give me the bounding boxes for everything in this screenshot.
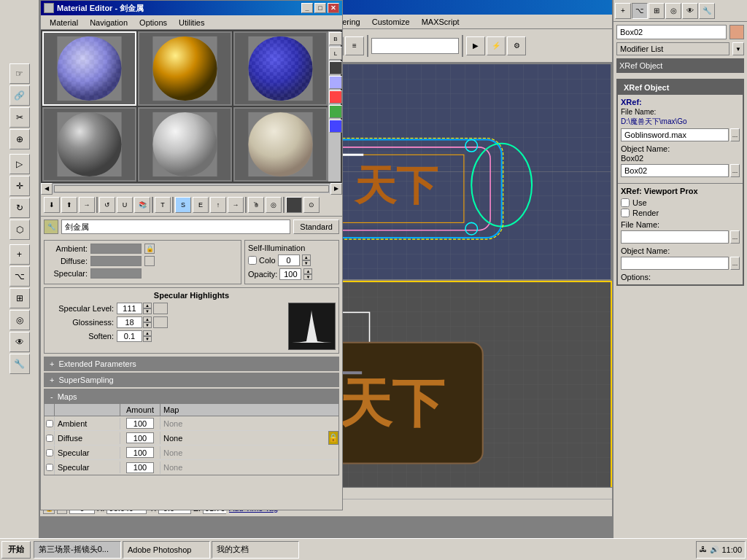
scroll-right-btn[interactable]: ▶: [330, 183, 342, 195]
soften-input[interactable]: [117, 330, 142, 342]
vp-obj-browse-btn[interactable]: ...: [730, 257, 740, 270]
backlight-btn-2[interactable]: ⊙: [303, 197, 320, 213]
file-browse-btn[interactable]: ...: [730, 128, 740, 141]
mat-menu-utilities[interactable]: Utilities: [173, 17, 210, 28]
specular1-amount-input[interactable]: [126, 447, 154, 458]
diffuse-lock[interactable]: [144, 256, 155, 266]
select-mode-btn[interactable]: ▷: [9, 154, 30, 174]
quick-render-btn[interactable]: ⚡: [487, 36, 506, 55]
link-btn[interactable]: 🔗: [9, 85, 30, 106]
mat-editor-minimize-btn[interactable]: _: [301, 3, 313, 13]
mat-darkblue-btn[interactable]: [329, 120, 342, 133]
go-to-parent-btn[interactable]: ↑: [210, 197, 226, 213]
named-sel-input[interactable]: [371, 38, 459, 54]
background-btn[interactable]: [286, 197, 302, 213]
specular1-map-check[interactable]: [46, 449, 53, 456]
ambient-color[interactable]: [90, 244, 142, 254]
mat-editor-close-btn[interactable]: ✕: [328, 3, 339, 13]
material-name-input[interactable]: [61, 219, 290, 234]
mat-dark-btn[interactable]: [329, 61, 342, 74]
use-checkbox[interactable]: [621, 198, 630, 207]
self-illum-value[interactable]: [278, 254, 300, 266]
maps-row-1-map[interactable]: None: [160, 432, 328, 444]
gloss-map[interactable]: [153, 316, 168, 328]
pick-material-from-object-btn[interactable]: 🖱: [248, 197, 264, 213]
scale-mode-btn[interactable]: ⬡: [9, 219, 30, 240]
taskbar-item-1[interactable]: Adobe Photoshop: [123, 541, 210, 559]
specular-color[interactable]: [90, 268, 142, 279]
spec-level-down[interactable]: ▼: [143, 308, 152, 314]
diffuse-amount-input[interactable]: [126, 432, 154, 443]
mat-thumb-6[interactable]: [233, 107, 328, 182]
specular2-amount-input[interactable]: [126, 462, 154, 473]
rotate-mode-btn[interactable]: ↻: [9, 198, 30, 218]
material-type-btn[interactable]: Standard: [293, 219, 339, 234]
xref-bar[interactable]: XRef Object: [616, 58, 744, 73]
display-btn[interactable]: 👁: [9, 332, 30, 352]
mat-thumb-2[interactable]: [138, 31, 232, 106]
mat-thumb-3[interactable]: [233, 31, 328, 106]
menu-maxscript[interactable]: Customize: [366, 16, 416, 28]
hierarchy-btn[interactable]: ⊞: [9, 288, 30, 308]
put-to-scene-btn[interactable]: ⬆: [61, 197, 77, 213]
mat-green-btn[interactable]: [329, 105, 342, 118]
select-object-btn[interactable]: ☞: [9, 63, 30, 84]
spec-level-input[interactable]: [117, 303, 142, 314]
unlink-btn[interactable]: ✂: [9, 107, 30, 128]
reset-map-btn[interactable]: ↺: [99, 197, 115, 213]
mat-type-btn-2[interactable]: T: [155, 197, 171, 213]
mat-thumb-4[interactable]: [42, 107, 136, 182]
diffuse-color[interactable]: [90, 256, 142, 266]
forward-to-sibling-btn[interactable]: →: [228, 197, 244, 213]
select-by-material-btn[interactable]: ◎: [266, 197, 282, 213]
self-illum-up[interactable]: ▲: [302, 254, 311, 260]
opacity-up[interactable]: ▲: [303, 268, 312, 274]
motion-tab[interactable]: ◎: [665, 3, 681, 19]
show-map-vp-btn[interactable]: S: [175, 197, 191, 213]
mat-menu-navigation[interactable]: Navigation: [84, 17, 133, 28]
maps-row-0-map[interactable]: None: [160, 418, 338, 429]
mat-bg-btn[interactable]: B: [329, 32, 342, 45]
supersampling-rollout[interactable]: + SuperSampling: [44, 373, 339, 387]
mat-blue-btn[interactable]: [329, 76, 342, 89]
opacity-input[interactable]: [279, 268, 301, 280]
motion-btn[interactable]: ◎: [9, 310, 30, 330]
mat-red-btn[interactable]: [329, 90, 342, 104]
ambient-map-check[interactable]: [46, 420, 53, 427]
specular2-map-check[interactable]: [46, 464, 53, 471]
vp-browse-btn[interactable]: ...: [730, 230, 740, 244]
modifier-dropdown[interactable]: ▼: [732, 42, 744, 55]
get-material-btn[interactable]: ⬇: [44, 197, 60, 213]
xref-panel-header[interactable]: XRef Object: [618, 80, 743, 95]
scroll-left-btn[interactable]: ◀: [41, 183, 53, 195]
render-checkbox[interactable]: [621, 209, 630, 217]
bind-spacewarp-btn[interactable]: ⊕: [9, 129, 30, 149]
maps-rollout-header[interactable]: - Maps: [44, 389, 338, 404]
mat-menu-options[interactable]: Options: [133, 17, 173, 28]
taskbar-item-0[interactable]: 第三场景-摇镜头0...: [34, 541, 121, 559]
move-mode-btn[interactable]: ✛: [9, 176, 30, 196]
file-name-input[interactable]: [621, 128, 729, 141]
self-illum-checkbox[interactable]: [248, 256, 257, 265]
diffuse-map-check[interactable]: [46, 435, 53, 442]
obj-name-input[interactable]: [616, 25, 727, 39]
mat-backlight-btn[interactable]: L: [329, 47, 342, 60]
modify-btn[interactable]: ⌥: [9, 266, 30, 287]
spec-level-map[interactable]: [153, 303, 168, 314]
menu-help[interactable]: MAXScript: [416, 16, 465, 28]
make-unique-btn[interactable]: U: [117, 197, 133, 213]
obj-browse-btn[interactable]: ...: [730, 164, 740, 177]
gloss-down[interactable]: ▼: [143, 322, 152, 328]
assign-material-btn[interactable]: →: [79, 197, 95, 213]
utilities-tab[interactable]: 🔧: [699, 3, 715, 19]
glossiness-input[interactable]: [117, 316, 142, 328]
object-name-input[interactable]: [621, 164, 729, 177]
maps-row-2-map[interactable]: None: [160, 447, 338, 459]
ambient-lock[interactable]: 🔒: [144, 244, 155, 254]
mat-editor-maximize-btn[interactable]: □: [314, 3, 326, 13]
hierarchy-tab[interactable]: ⊞: [649, 3, 665, 19]
put-to-library-btn[interactable]: 📚: [134, 197, 150, 213]
taskbar-item-2[interactable]: 我的文档: [212, 541, 299, 559]
gloss-up[interactable]: ▲: [143, 316, 152, 322]
vp-file-input[interactable]: [621, 230, 729, 244]
